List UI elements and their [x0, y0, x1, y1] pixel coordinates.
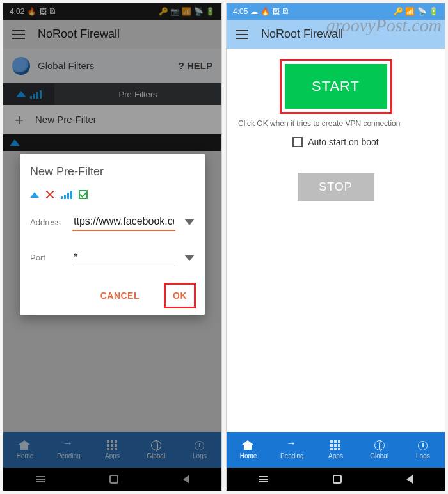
menu-icon[interactable]: [236, 30, 248, 39]
status-icons-left: 🔥 🖼 🖻: [27, 7, 56, 16]
globe-icon: [12, 57, 30, 75]
section-global-filters[interactable]: Global Filters ? HELP: [3, 49, 221, 83]
nav-label: Global: [147, 452, 165, 459]
filter-entry-strip: [3, 134, 221, 151]
dropdown-icon[interactable]: [184, 255, 195, 261]
bottom-nav: Home Pending Apps Global Logs: [227, 432, 445, 468]
nav-label: Home: [240, 452, 257, 459]
nav-label: Logs: [416, 452, 430, 459]
plus-icon: ＋: [12, 110, 26, 129]
nav-label: Logs: [193, 452, 207, 459]
device-right: 4:05 ☁ 🔥 🖼 🖻 🔑 📶 📡 🔋 NoRoot Firewall STA…: [226, 3, 445, 491]
bottom-nav: Home Pending Apps Global Logs: [3, 432, 221, 468]
port-field-row: Port: [30, 249, 195, 266]
nav-apps[interactable]: Apps: [90, 432, 134, 468]
start-button-highlight: START: [281, 60, 391, 113]
wifi-icon: [10, 139, 20, 146]
signal-bars-icon: [30, 90, 42, 99]
home-icon: [243, 440, 254, 450]
status-bar: 4:05 ☁ 🔥 🖼 🖻 🔑 📶 📡 🔋: [227, 3, 445, 20]
autostart-checkbox-row[interactable]: Auto start on boot: [292, 137, 379, 147]
question-icon: ?: [179, 60, 184, 71]
new-pre-filter-row[interactable]: ＋ New Pre-Filter: [3, 105, 221, 134]
nav-global[interactable]: Global: [134, 432, 178, 468]
main-content: START Click OK when it tries to create V…: [227, 49, 445, 432]
dialog-actions: CANCEL OK: [30, 284, 195, 307]
port-input[interactable]: [72, 249, 175, 266]
app-bar: NoRoot Firewall: [3, 20, 221, 49]
filter-toggle-row: [30, 190, 195, 199]
address-label: Address: [30, 218, 66, 227]
arrow-icon: [286, 440, 298, 450]
home-button[interactable]: [109, 475, 118, 484]
tab-pre-filters[interactable]: Pre-Filters: [54, 83, 221, 105]
checkbox-icon[interactable]: [292, 137, 303, 147]
ok-button[interactable]: OK: [165, 284, 195, 307]
nav-pending[interactable]: Pending: [47, 432, 90, 468]
start-button[interactable]: START: [285, 64, 387, 109]
status-time: 4:02: [10, 7, 24, 16]
nav-apps[interactable]: Apps: [314, 432, 357, 468]
stop-button[interactable]: STOP: [298, 173, 374, 201]
android-system-bar: [3, 468, 221, 491]
wifi-icon[interactable]: [30, 192, 39, 198]
nav-home[interactable]: Home: [3, 432, 47, 468]
new-pre-filter-label: New Pre-Filter: [35, 114, 97, 125]
dialog-title: New Pre-Filter: [30, 165, 195, 179]
nav-global[interactable]: Global: [358, 432, 401, 468]
nav-label: Apps: [105, 452, 120, 459]
tab-row: Pre-Filters: [3, 83, 221, 105]
globe-icon: [151, 440, 161, 450]
status-icons-left: ☁ 🔥 🖼 🖻: [250, 7, 289, 16]
nav-pending[interactable]: Pending: [270, 432, 314, 468]
nav-label: Global: [370, 452, 388, 459]
app-title: NoRoot Firewall: [261, 28, 343, 41]
nav-logs[interactable]: Logs: [178, 432, 221, 468]
port-label: Port: [30, 253, 66, 262]
clock-icon: [195, 441, 204, 450]
status-icons-right: 🔑 📷 📶 📡 🔋: [159, 7, 215, 16]
help-button[interactable]: ? HELP: [179, 60, 212, 71]
app-bar: NoRoot Firewall: [227, 20, 445, 49]
device-left: 4:02 🔥 🖼 🖻 🔑 📷 📶 📡 🔋 NoRoot Firewall Glo…: [3, 3, 222, 491]
tab-label: Pre-Filters: [119, 90, 157, 99]
nav-home[interactable]: Home: [227, 432, 270, 468]
wifi-icon: [16, 91, 26, 97]
globe-icon: [374, 440, 385, 450]
section-title: Global Filters: [38, 60, 94, 71]
status-time: 4:05: [233, 7, 248, 16]
check-icon[interactable]: [79, 190, 88, 199]
address-field-row: Address: [30, 213, 195, 231]
grid-icon: [330, 440, 342, 450]
tab-connection-icons[interactable]: [3, 83, 54, 105]
android-system-bar: [227, 468, 445, 491]
recents-button[interactable]: [36, 479, 45, 480]
vpn-hint-text: Click OK when it tries to create VPN con…: [238, 119, 400, 128]
back-button[interactable]: [183, 475, 189, 484]
app-title: NoRoot Firewall: [38, 28, 120, 41]
nav-logs[interactable]: Logs: [401, 432, 445, 468]
help-label: HELP: [187, 60, 212, 71]
autostart-label: Auto start on boot: [308, 137, 379, 147]
new-pre-filter-dialog: New Pre-Filter Address Port CANCEL OK: [20, 154, 205, 315]
nav-label: Home: [17, 452, 34, 459]
home-button[interactable]: [333, 475, 342, 484]
back-button[interactable]: [406, 475, 413, 484]
signal-bars-icon[interactable]: [61, 191, 72, 199]
clock-icon: [418, 441, 428, 450]
status-bar: 4:02 🔥 🖼 🖻 🔑 📷 📶 📡 🔋: [3, 3, 221, 20]
dropdown-icon[interactable]: [184, 219, 195, 225]
cancel-button[interactable]: CANCEL: [93, 284, 147, 307]
nav-label: Apps: [328, 452, 343, 459]
recents-button[interactable]: [259, 479, 268, 480]
home-icon: [19, 440, 31, 450]
address-input[interactable]: [72, 213, 175, 231]
nav-label: Pending: [280, 452, 304, 459]
grid-icon: [107, 440, 118, 450]
menu-icon[interactable]: [12, 30, 25, 39]
arrow-icon: [63, 440, 74, 450]
x-icon[interactable]: [45, 190, 54, 199]
nav-label: Pending: [57, 452, 81, 459]
status-icons-right: 🔑 📶 📡 🔋: [394, 7, 438, 16]
